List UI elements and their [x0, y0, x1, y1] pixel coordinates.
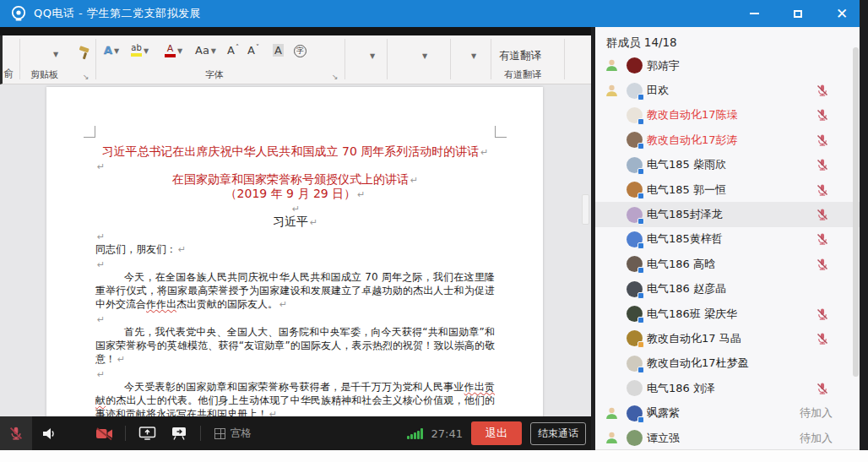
shrink-font-button[interactable]: A˅ [247, 44, 259, 57]
character-shading-button[interactable]: A [273, 44, 284, 57]
end-call-button[interactable]: 结束通话 [530, 422, 586, 445]
document-area[interactable]: 习近平总书记在出席庆祝中华人民共和国成立 70 周年系列活动时的讲话↵↵在国家勋… [0, 84, 591, 416]
member-status-icon [605, 406, 619, 421]
members-panel: 群成员 14/18 郭靖宇田欢教改自动化17陈璪教改自动化17彭涛电气185 柴… [595, 27, 860, 450]
text-effects-button[interactable]: A▼ [104, 44, 119, 57]
enclose-character-button[interactable]: 字 [294, 45, 307, 57]
maximize-button[interactable] [787, 4, 809, 23]
toolbar-dropdown[interactable]: ▼ [420, 49, 427, 60]
member-name: 教改自动化17陈璪 [647, 107, 738, 122]
microphone-muted-button[interactable] [0, 416, 32, 450]
toolbar-dropdown[interactable]: ▼ [469, 49, 476, 60]
member-status-icon [605, 431, 619, 445]
screen-share-button[interactable] [136, 422, 158, 444]
member-row[interactable]: 飒露紫待加入 [595, 400, 860, 425]
member-name: 电气185黄梓哲 [647, 231, 723, 247]
font-color-button[interactable]: A ▼ [165, 44, 182, 57]
member-name: 谭立强 [647, 431, 680, 446]
grid-view-icon [214, 428, 225, 439]
member-name: 教改自动化17杜梦盈 [647, 356, 749, 371]
member-row[interactable]: 教改自动化17彭涛 [595, 128, 860, 152]
doc-blank-line: ↵ [95, 201, 495, 215]
document-page[interactable]: 习近平总书记在出席庆祝中华人民共和国成立 70 周年系列活动时的讲话↵↵在国家勋… [46, 87, 543, 416]
mute-mic-icon [816, 84, 829, 97]
avatar [627, 157, 643, 173]
document-content: 习近平总书记在出席庆祝中华人民共和国成立 70 周年系列活动时的讲话↵↵在国家勋… [95, 144, 495, 416]
member-row[interactable]: 电气186班 梁庆华 [595, 302, 860, 326]
doc-blank-line: ↵ [95, 367, 495, 380]
member-row[interactable]: 电气185 柴雨欣 [595, 153, 860, 177]
member-row[interactable]: 教改自动化17 马晶 [595, 326, 860, 351]
device-badge-icon [637, 292, 644, 299]
doc-heading: 习近平总书记在出席庆祝中华人民共和国成立 70 周年系列活动时的讲话↵ [95, 144, 495, 159]
dropdown-arrow-icon: ▼ [211, 47, 216, 55]
paste-options-dropdown[interactable]: ▼ [52, 47, 58, 58]
pilcrow-mark: ↵ [269, 409, 277, 416]
camera-muted-button[interactable] [93, 422, 115, 444]
grow-font-button[interactable]: A˄ [227, 44, 239, 57]
member-row[interactable]: 郭靖宇 [595, 53, 860, 78]
member-row[interactable]: 教改自动化17杜梦盈 [595, 351, 860, 376]
format-painter-icon[interactable] [77, 46, 92, 61]
pilcrow-mark: ↵ [97, 314, 105, 325]
document-scrollbar[interactable] [582, 194, 589, 225]
dropdown-arrow-icon: ▼ [422, 52, 427, 60]
grid-view-button[interactable]: 宫格 [214, 427, 252, 441]
member-name: 电气185 郭一恒 [647, 182, 726, 198]
ribbon-separator [450, 39, 451, 79]
minimize-button[interactable] [743, 4, 765, 23]
avatar [627, 57, 643, 73]
window-title: QQ电话 - 学生第二党支部拟发展 [34, 6, 201, 21]
mute-mic-icon [816, 183, 829, 197]
dropdown-arrow-icon: ▼ [177, 47, 182, 55]
mute-mic-icon [816, 232, 829, 246]
avatar [627, 306, 643, 322]
avatar [627, 256, 643, 272]
close-button[interactable]: ✕ [831, 4, 853, 23]
member-name: 电气185封泽龙 [647, 207, 723, 222]
ribbon-separator [344, 39, 345, 79]
doc-text: （2019 年 9 月 29 日） [225, 187, 356, 200]
member-status-icon [605, 58, 619, 73]
doc-text: 今天受表彰的国家勋章和国家荣誉称号获得者，是千千万万为党和人民事业 [124, 381, 464, 393]
pilcrow-mark: ↵ [97, 259, 105, 270]
doc-paragraph: 今天，在全国各族人民共同庆祝中华人民共和国成立 70 周年之际，我们在这里隆重举… [95, 270, 495, 312]
member-row[interactable]: 电气186 刘泽 [595, 376, 860, 400]
doc-heading: 习近平↵ [95, 215, 495, 229]
whiteboard-button[interactable] [168, 422, 190, 444]
margin-crop-mark [84, 126, 95, 138]
device-badge-icon [637, 341, 644, 348]
speaker-button[interactable] [37, 422, 59, 444]
members-scrollbar[interactable] [853, 47, 859, 377]
exit-button[interactable]: 退出 [471, 421, 522, 445]
member-row[interactable]: 电气185 郭一恒 [595, 177, 860, 202]
window-edge-shadow [860, 0, 868, 450]
dialog-launcher-icon[interactable]: ↘ [83, 73, 90, 81]
mute-mic-icon [816, 158, 829, 171]
member-row[interactable]: 电气185黄梓哲 [595, 227, 860, 252]
clipboard-group-label: 剪贴板 [30, 68, 58, 81]
call-control-bar: 宫格 27:41 退出 结束通话 [0, 416, 591, 450]
member-row[interactable]: 电气186 高晗 [595, 252, 860, 276]
member-status-icon [605, 84, 619, 98]
change-case-button[interactable]: Aa▼ [195, 44, 216, 57]
toolbar-dropdown[interactable]: ▼ [368, 49, 375, 60]
member-row[interactable]: 谭立强待加入 [595, 426, 860, 450]
member-row[interactable]: 田欢 [595, 78, 860, 102]
member-row[interactable]: 电气185封泽龙 [595, 202, 860, 226]
highlight-color-button[interactable]: ab ▼ [131, 44, 149, 57]
member-row[interactable]: 教改自动化17陈璪 [595, 103, 860, 128]
device-badge-icon [637, 118, 644, 125]
word-ribbon: 俞 ▼ 剪贴板 ↘ A▼ ab ▼ A [0, 35, 591, 84]
ribbon-separator [95, 39, 96, 79]
doc-heading: 在国家勋章和国家荣誉称号颁授仪式上的讲话↵ [95, 172, 495, 187]
dropdown-arrow-icon: ▼ [53, 51, 58, 58]
avatar [627, 83, 643, 99]
dialog-launcher-icon[interactable]: ↘ [332, 73, 339, 81]
dropdown-arrow-icon: ▼ [471, 52, 476, 60]
youdao-translate-button[interactable]: 有道翻译 [499, 49, 541, 63]
member-row[interactable]: 电气186 赵彦晶 [595, 277, 860, 302]
dropdown-arrow-icon: ▼ [370, 52, 375, 60]
dropdown-arrow-icon: ▼ [144, 47, 149, 55]
pilcrow-mark: ↵ [117, 354, 125, 365]
